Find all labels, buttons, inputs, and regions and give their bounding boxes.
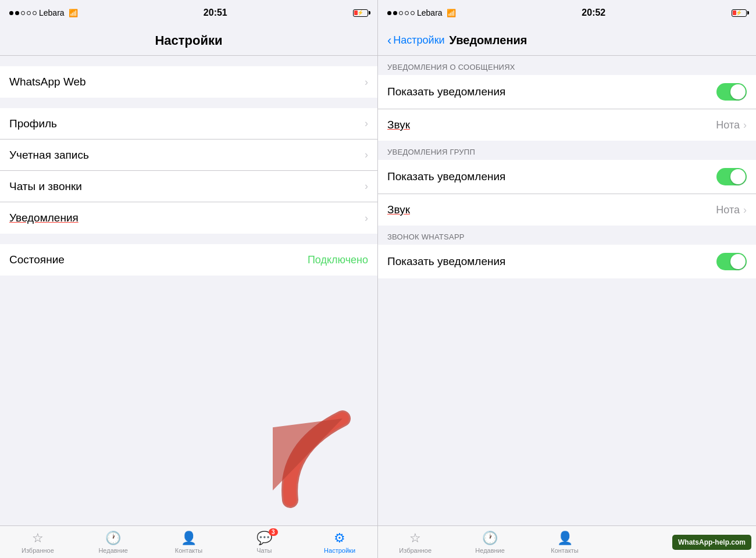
dot-2 [15,11,19,15]
notifications-right: › [365,212,368,224]
settings-list: WhatsApp Web › Профиль › Учетная запись [0,56,377,525]
battery-bolt: ⚡ [357,10,363,16]
whatsapp-web-chevron: › [365,76,368,88]
chats-chevron: › [365,180,368,192]
right-battery-bolt: ⚡ [736,10,742,16]
call-show-toggle[interactable] [716,253,747,270]
notifications-chevron: › [365,212,368,224]
notifications-label: Уведомления [9,212,79,224]
call-show-toggle-knob [730,254,746,269]
back-chevron-icon: ‹ [387,33,391,48]
right-tab-favorites[interactable]: ☆ Избранное [378,531,452,554]
right-tab-bar: ☆ Избранное 🕐 Недавние 👤 Контакты WhatsA… [378,525,756,558]
account-row[interactable]: Учетная запись › [0,140,377,171]
tab-chats[interactable]: 💬 3 Чаты [226,531,302,554]
account-section: Профиль › Учетная запись › Чаты и звонки… [0,108,377,234]
back-button[interactable]: ‹ Настройки [387,33,445,48]
right-contacts-icon: 👤 [557,531,573,546]
grp-show-label: Показать уведомления [387,170,505,183]
gap-3 [0,234,377,244]
r-dot-3 [399,11,403,15]
r-dot-5 [411,11,415,15]
settings-tab-label: Настройки [324,547,355,554]
right-battery: ⚡ [732,9,747,17]
gap-4 [0,276,377,286]
gap-1 [0,56,377,66]
tab-favorites[interactable]: ☆ Избранное [0,531,76,554]
message-notifications-header: УВЕДОМЛЕНИЯ О СООБЩЕНИЯХ [378,56,756,75]
status-row: Состояние Подключено [0,244,377,276]
battery-icon: ⚡ [353,9,368,17]
left-status-left: Lebara 📶 [9,8,78,17]
call-notifications-header-wrapper: ЗВОНОК WHATSAPP Показать уведомления [378,226,756,278]
tab-recent[interactable]: 🕐 Недавние [76,531,151,554]
grp-sound-right: Нота › [716,204,747,216]
tab-settings[interactable]: ⚙ Настройки [302,531,377,554]
right-carrier: Lebara [417,8,443,17]
wa-help-logo: WhatsApp-help.com [602,535,756,550]
right-recent-icon: 🕐 [482,531,498,546]
right-recent-label: Недавние [475,547,505,554]
right-status-right: ⚡ [732,9,747,17]
msg-show-toggle[interactable] [716,83,747,101]
notifications-row[interactable]: Уведомления › [0,202,377,234]
profile-right: › [365,117,368,130]
chats-right: › [365,180,368,192]
chats-row[interactable]: Чаты и звонки › [0,171,377,202]
right-tab-recent[interactable]: 🕐 Недавние [452,531,527,554]
grp-sound-value: Нота [716,204,740,216]
contacts-label: Контакты [175,547,203,554]
left-page-title: Настройки [155,33,222,48]
grp-show-toggle[interactable] [716,168,747,185]
call-notifications-header: ЗВОНОК WHATSAPP [378,226,756,245]
chats-tab-icon: 💬 3 [256,531,272,546]
recent-icon: 🕐 [105,531,121,546]
chats-tab-label: Чаты [256,547,272,554]
right-time: 20:52 [582,8,605,18]
grp-show-notifications-row[interactable]: Показать уведомления [378,160,756,194]
profile-label: Профиль [9,117,57,130]
msg-show-toggle-knob [730,84,746,99]
grp-show-toggle-knob [730,169,746,184]
group-notifications-header: УВЕДОМЛЕНИЯ ГРУПП [378,141,756,160]
call-show-notifications-row[interactable]: Показать уведомления [378,245,756,278]
whatsapp-web-section: WhatsApp Web › [0,66,377,98]
account-chevron: › [365,149,368,161]
tab-contacts[interactable]: 👤 Контакты [151,531,227,554]
settings-tab-icon: ⚙ [334,531,345,546]
right-tab-contacts[interactable]: 👤 Контакты [527,531,602,554]
grp-sound-row[interactable]: Звук Нота › [378,194,756,226]
right-wifi-icon: 📶 [447,9,456,17]
msg-sound-row[interactable]: Звук Нота › [378,109,756,141]
msg-sound-value: Нота [716,119,740,131]
left-panel: Lebara 📶 20:51 ⚡ Настройки WhatsApp Web [0,0,378,558]
whatsapp-web-right: › [365,76,368,88]
chats-label: Чаты и звонки [9,180,82,193]
profile-row[interactable]: Профиль › [0,108,377,140]
whatsapp-web-row[interactable]: WhatsApp Web › [0,66,377,98]
call-notifications-section: Показать уведомления [378,245,756,278]
left-status-right: ⚡ [353,9,368,17]
wifi-icon: 📶 [69,9,78,17]
signal-dots [9,11,37,15]
right-status-bar: Lebara 📶 20:52 ⚡ [378,0,756,26]
account-right: › [365,149,368,161]
r-dot-2 [393,11,397,15]
r-dot-1 [387,11,391,15]
grp-sound-label: Звук [387,203,410,216]
whatsapp-web-label: WhatsApp Web [9,76,86,88]
r-dot-4 [405,11,409,15]
call-show-label: Показать уведомления [387,255,505,268]
right-favorites-icon: ☆ [409,531,421,546]
grp-sound-chevron: › [743,204,747,216]
dot-5 [33,11,37,15]
msg-sound-label: Звук [387,119,410,131]
dot-1 [9,11,13,15]
status-label: Состояние [9,253,65,266]
group-notifications-header-wrapper: УВЕДОМЛЕНИЯ ГРУПП Показать уведомления З… [378,141,756,226]
left-title-bar: Настройки [0,26,377,56]
right-content: УВЕДОМЛЕНИЯ О СООБЩЕНИЯХ Показать уведом… [378,56,756,525]
msg-show-notifications-row[interactable]: Показать уведомления [378,75,756,109]
wa-help-badge: WhatsApp-help.com [672,535,751,550]
favorites-icon: ☆ [32,531,44,546]
